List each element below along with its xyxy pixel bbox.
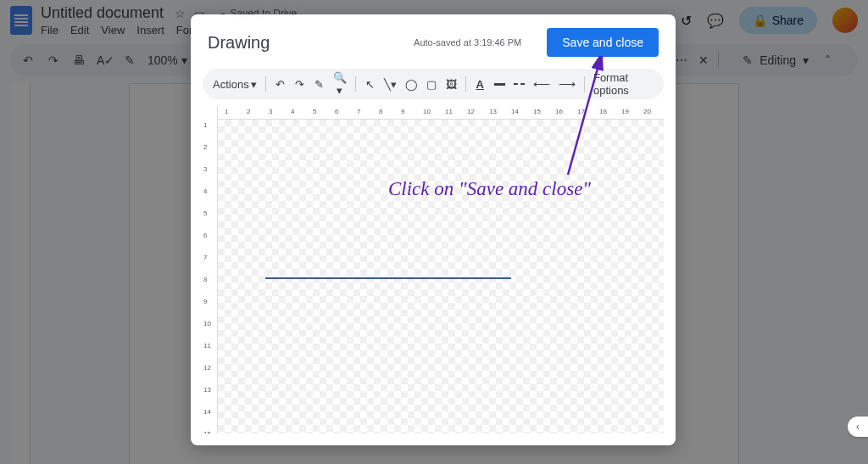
- line-dash-icon[interactable]: [514, 83, 525, 85]
- autosave-status: Auto-saved at 3:19:46 PM: [414, 37, 521, 48]
- undo-icon[interactable]: ↶: [274, 78, 285, 91]
- drawing-canvas[interactable]: [218, 120, 664, 433]
- shape-tool-icon[interactable]: ◯: [405, 78, 418, 91]
- line-weight-icon[interactable]: [494, 83, 505, 86]
- dialog-title: Drawing: [208, 33, 270, 53]
- separator: [465, 76, 466, 92]
- actions-menu[interactable]: Actions▾: [213, 78, 257, 91]
- redo-icon[interactable]: ↷: [294, 78, 305, 91]
- textbox-icon[interactable]: ▢: [426, 78, 437, 91]
- drawing-dialog: Drawing Auto-saved at 3:19:46 PM Save an…: [191, 14, 676, 445]
- paint-format-icon[interactable]: ✎: [314, 78, 325, 91]
- separator: [584, 76, 585, 92]
- drawn-line-shape[interactable]: [265, 277, 511, 279]
- line-color-icon[interactable]: A: [475, 78, 486, 91]
- image-icon[interactable]: 🖼: [446, 78, 457, 91]
- select-icon[interactable]: ↖: [364, 78, 376, 91]
- line-end-icon[interactable]: ⟶: [559, 77, 576, 91]
- zoom-icon[interactable]: 🔍▾: [333, 71, 347, 97]
- save-and-close-button[interactable]: Save and close: [547, 28, 659, 57]
- horizontal-ruler: 123456789101112131415161718192021: [218, 106, 664, 120]
- separator: [265, 76, 266, 92]
- drawing-toolbar: Actions▾ ↶ ↷ ✎ 🔍▾ ↖ ╲▾ ◯ ▢ 🖼 A ⟵ ⟶ Forma…: [203, 69, 664, 99]
- vertical-ruler: 123456789101112131415: [203, 106, 218, 433]
- side-panel-toggle[interactable]: ‹: [848, 416, 868, 437]
- line-tool-icon[interactable]: ╲▾: [384, 78, 397, 91]
- format-options-button[interactable]: Format options: [593, 71, 654, 97]
- line-start-icon[interactable]: ⟵: [533, 77, 550, 91]
- separator: [355, 76, 356, 92]
